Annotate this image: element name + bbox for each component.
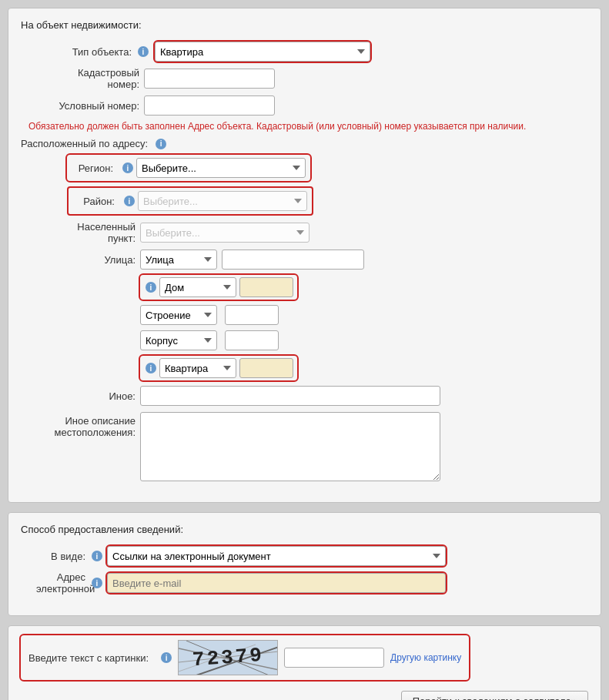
other-desc-row: Иное описание местоположения: bbox=[52, 412, 588, 481]
region-label: Регион: bbox=[72, 162, 118, 174]
captcha-info-icon[interactable]: i bbox=[161, 652, 172, 663]
format-label: В виде: bbox=[36, 551, 90, 562]
object-type-info-icon[interactable]: i bbox=[138, 46, 149, 57]
corpus-type-select[interactable]: Корпус bbox=[140, 330, 217, 350]
captcha-section: Введите текст с картинки: i 72379 bbox=[8, 625, 601, 700]
district-select[interactable]: Выберите... bbox=[138, 191, 307, 211]
house-type-select[interactable]: Дом bbox=[159, 277, 236, 297]
next-button-row: Перейти к сведениям о заявителе» bbox=[21, 691, 588, 700]
region-info-icon[interactable]: i bbox=[122, 162, 133, 173]
locality-label: Населенный пункт: bbox=[52, 221, 140, 244]
district-info-icon[interactable]: i bbox=[124, 196, 135, 206]
other-label: Иное: bbox=[52, 390, 140, 402]
email-row: Адрес электронной i bbox=[36, 571, 588, 594]
apartment-type-select[interactable]: Квартира bbox=[159, 358, 236, 378]
captcha-row: Введите текст с картинки: i 72379 bbox=[21, 635, 588, 680]
other-desc-textarea[interactable] bbox=[140, 412, 440, 481]
other-input[interactable] bbox=[140, 386, 440, 406]
house-row: i Дом bbox=[52, 275, 588, 300]
another-captcha-link[interactable]: Другую картинку bbox=[390, 652, 461, 663]
building-input[interactable] bbox=[225, 305, 279, 325]
cadastral-label: Кадастровый номер: bbox=[52, 67, 144, 90]
street-input[interactable] bbox=[222, 250, 364, 270]
street-label: Улица: bbox=[52, 254, 140, 266]
region-select[interactable]: Выберите... bbox=[136, 158, 306, 178]
email-input[interactable] bbox=[107, 573, 446, 593]
street-row: Улица: Улица bbox=[52, 250, 588, 270]
captcha-input[interactable] bbox=[284, 648, 384, 668]
cadastral-input[interactable] bbox=[144, 69, 275, 89]
property-section-title: На объект недвижимости: bbox=[21, 19, 588, 31]
building-row: Строение bbox=[52, 305, 588, 325]
object-type-row: Тип объекта: i Квартира bbox=[52, 42, 588, 62]
region-row: Регион: i Выберите... bbox=[67, 155, 588, 181]
other-row: Иное: bbox=[52, 386, 588, 406]
street-type-select[interactable]: Улица bbox=[140, 250, 217, 270]
other-desc-label: Иное описание местоположения: bbox=[52, 412, 140, 438]
property-section: На объект недвижимости: Тип объекта: i К… bbox=[8, 8, 601, 503]
address-info-icon[interactable]: i bbox=[156, 139, 166, 149]
house-input[interactable] bbox=[239, 277, 293, 297]
district-row: Район: i Выберите... bbox=[67, 186, 588, 216]
format-row: В виде: i Ссылки на электронный документ bbox=[36, 546, 588, 566]
next-button[interactable]: Перейти к сведениям о заявителе» bbox=[401, 691, 588, 700]
cadastral-row: Кадастровый номер: bbox=[52, 67, 588, 90]
email-info-icon[interactable]: i bbox=[92, 578, 102, 588]
corpus-input[interactable] bbox=[225, 330, 279, 350]
conditional-input[interactable] bbox=[144, 95, 275, 116]
apartment-input[interactable] bbox=[239, 358, 293, 378]
conditional-label: Условный номер: bbox=[52, 100, 144, 112]
building-type-select[interactable]: Строение bbox=[140, 305, 217, 325]
house-info-icon[interactable]: i bbox=[146, 282, 156, 293]
captcha-label: Введите текст с картинки: bbox=[28, 652, 153, 664]
object-type-select[interactable]: Квартира bbox=[155, 42, 370, 62]
address-label: Расположенный по адресу: bbox=[21, 138, 152, 149]
apartment-info-icon[interactable]: i bbox=[146, 363, 156, 373]
delivery-section-title: Способ предоставления сведений: bbox=[21, 524, 588, 535]
captcha-image: 72379 bbox=[178, 640, 278, 675]
error-message: Обязательно должен быть заполнен Адрес о… bbox=[28, 121, 588, 132]
conditional-row: Условный номер: bbox=[52, 95, 588, 116]
address-header-row: Расположенный по адресу: i bbox=[21, 138, 588, 149]
object-type-label: Тип объекта: bbox=[52, 46, 136, 58]
corpus-row: Корпус bbox=[52, 330, 588, 350]
captcha-display-text: 72379 bbox=[192, 644, 265, 672]
email-label: Адрес электронной bbox=[36, 571, 90, 594]
format-select[interactable]: Ссылки на электронный документ bbox=[107, 546, 446, 566]
apartment-row: i Квартира bbox=[52, 356, 588, 380]
format-info-icon[interactable]: i bbox=[92, 551, 102, 561]
delivery-section: Способ предоставления сведений: В виде: … bbox=[8, 512, 601, 616]
locality-row: Населенный пункт: Выберите... bbox=[52, 221, 588, 244]
district-label: Район: bbox=[73, 196, 119, 207]
locality-select[interactable]: Выберите... bbox=[140, 223, 310, 243]
